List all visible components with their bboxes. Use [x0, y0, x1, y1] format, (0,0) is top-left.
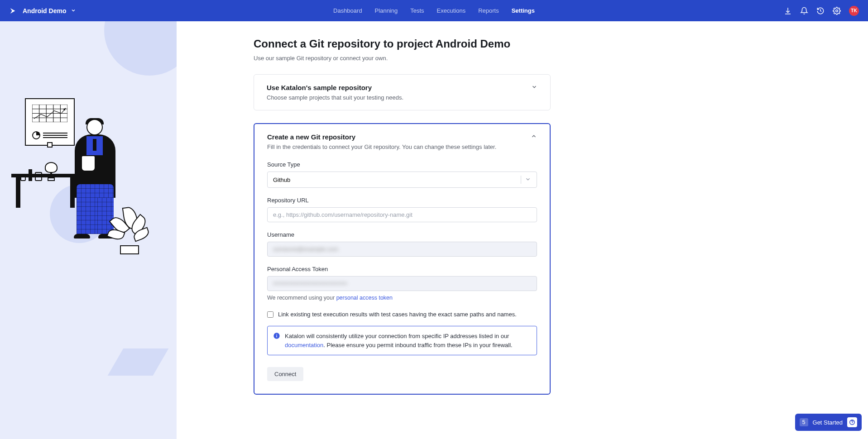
- header-right: TK: [784, 6, 859, 16]
- create-repo-body: Source Type Github Repository URL Userna…: [254, 161, 550, 394]
- app-header: Android Demo Dashboard Planning Tests Ex…: [0, 0, 868, 21]
- create-repo-subtitle: Fill in the credentials to connect your …: [267, 143, 496, 150]
- main-content: Connect a Git repository to project Andr…: [177, 21, 868, 439]
- chevron-down-icon: [525, 176, 531, 184]
- info-box: Katalon will consistently utilize your c…: [267, 326, 537, 355]
- link-results-checkbox[interactable]: [267, 311, 273, 318]
- sample-repo-toggle[interactable]: Use Katalon's sample repository Choose s…: [254, 75, 550, 110]
- avatar[interactable]: TK: [849, 6, 859, 16]
- nav-planning[interactable]: Planning: [375, 7, 398, 14]
- repo-url-label: Repository URL: [267, 197, 537, 204]
- source-type-select[interactable]: Github: [267, 172, 537, 188]
- chevron-down-icon: [531, 84, 537, 92]
- pat-input[interactable]: ••••••••••••••••••••••••••••••••••••: [267, 276, 537, 291]
- pat-label: Personal Access Token: [267, 266, 537, 272]
- link-results-label: Link existing test execution results wit…: [278, 311, 517, 318]
- get-started-label: Get Started: [813, 419, 843, 426]
- bell-icon[interactable]: [800, 7, 808, 15]
- sample-repo-subtitle: Choose sample projects that suit your te…: [267, 94, 403, 101]
- page-title: Connect a Git repository to project Andr…: [254, 38, 836, 50]
- project-name: Android Demo: [23, 7, 66, 14]
- nav-executions[interactable]: Executions: [437, 7, 466, 14]
- nav-dashboard[interactable]: Dashboard: [333, 7, 362, 14]
- chevron-down-icon: [71, 7, 76, 15]
- help-icon: [847, 417, 857, 427]
- create-repo-toggle[interactable]: Create a new Git repository Fill in the …: [254, 124, 550, 159]
- layout: Connect a Git repository to project Andr…: [0, 21, 868, 439]
- gear-icon[interactable]: [833, 7, 841, 15]
- sample-repo-card: Use Katalon's sample repository Choose s…: [254, 74, 551, 110]
- sidebar-illustration: [0, 21, 177, 439]
- source-type-value: Github: [273, 177, 290, 183]
- download-icon[interactable]: [784, 7, 792, 15]
- app-logo-icon: [9, 7, 16, 15]
- info-icon: [273, 332, 280, 349]
- username-input[interactable]: someone@example.com: [267, 242, 537, 257]
- nav-settings[interactable]: Settings: [512, 7, 535, 14]
- source-type-label: Source Type: [267, 161, 537, 168]
- header-left: Android Demo: [9, 7, 76, 15]
- page-subtitle: Use our sample Git repository or connect…: [254, 55, 836, 62]
- create-repo-title: Create a new Git repository: [267, 133, 496, 141]
- pat-hint: We recommend using your personal access …: [267, 295, 537, 301]
- svg-point-16: [852, 424, 852, 424]
- main-nav: Dashboard Planning Tests Executions Repo…: [333, 7, 535, 14]
- sample-repo-title: Use Katalon's sample repository: [267, 84, 403, 91]
- get-started-count: 5: [800, 418, 808, 426]
- project-selector[interactable]: Android Demo: [23, 7, 76, 15]
- pat-link[interactable]: personal access token: [336, 295, 393, 301]
- svg-point-0: [836, 10, 838, 12]
- svg-rect-13: [276, 335, 277, 338]
- nav-reports[interactable]: Reports: [478, 7, 499, 14]
- svg-rect-14: [276, 334, 277, 334]
- documentation-link[interactable]: documentation: [285, 342, 323, 348]
- get-started-widget[interactable]: 5 Get Started: [795, 414, 862, 431]
- history-icon[interactable]: [816, 7, 825, 15]
- create-repo-card: Create a new Git repository Fill in the …: [254, 123, 551, 395]
- nav-tests[interactable]: Tests: [410, 7, 424, 14]
- connect-button[interactable]: Connect: [267, 367, 303, 381]
- link-results-row[interactable]: Link existing test execution results wit…: [267, 311, 537, 318]
- username-label: Username: [267, 231, 537, 238]
- repo-url-input[interactable]: [267, 207, 537, 222]
- chevron-up-icon: [531, 133, 537, 141]
